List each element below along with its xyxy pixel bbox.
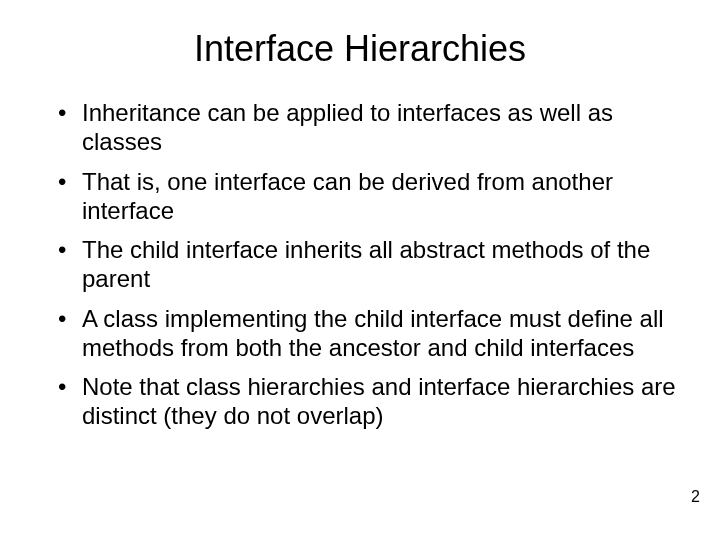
list-item: The child interface inherits all abstrac… <box>58 235 680 294</box>
list-item: Note that class hierarchies and interfac… <box>58 372 680 431</box>
slide-title: Interface Hierarchies <box>40 28 680 70</box>
slide: Interface Hierarchies Inheritance can be… <box>0 0 720 540</box>
page-number: 2 <box>691 488 700 506</box>
list-item: That is, one interface can be derived fr… <box>58 167 680 226</box>
bullet-list: Inheritance can be applied to interfaces… <box>40 98 680 431</box>
list-item: A class implementing the child interface… <box>58 304 680 363</box>
list-item: Inheritance can be applied to interfaces… <box>58 98 680 157</box>
